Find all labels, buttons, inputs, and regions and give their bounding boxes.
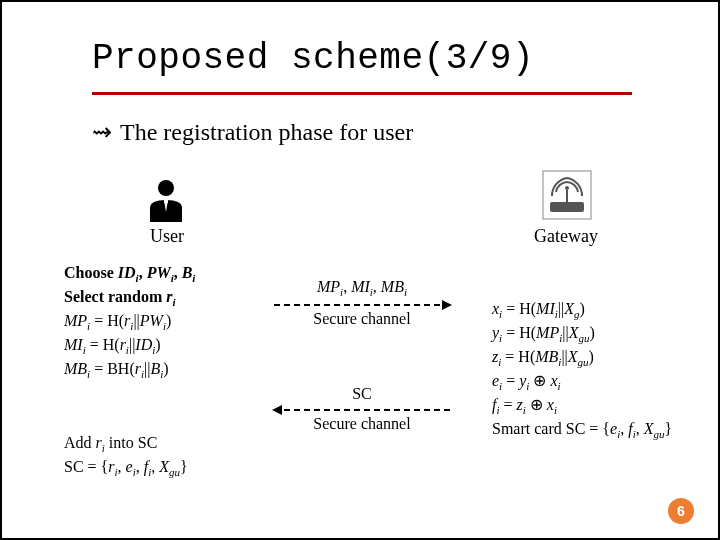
arrow2-message: SC [272, 385, 452, 403]
message-arrow-2: SC Secure channel [272, 385, 452, 433]
user-store-block: Add ri into SCSC = {ri, ei, fi, Xgu} [64, 432, 284, 480]
svg-point-0 [158, 180, 174, 196]
user-compute-block: Choose IDi, PWi, BiSelect random riMPi =… [64, 262, 264, 382]
bullet-marker: ⇝ [92, 118, 112, 146]
user-label: User [142, 226, 192, 247]
arrow-line-right-icon [274, 304, 450, 306]
gateway-compute-block: xi = H(MIi||Xg)yi = H(MPi||Xgu)zi = H(MB… [492, 298, 702, 442]
gateway-icon [542, 170, 592, 220]
arrow2-note: Secure channel [272, 415, 452, 433]
slide-title: Proposed scheme(3/9) [92, 38, 534, 79]
page-number-badge: 6 [668, 498, 694, 524]
svg-point-5 [565, 186, 569, 190]
arrow1-note: Secure channel [272, 310, 452, 328]
gateway-label: Gateway [526, 226, 606, 247]
svg-rect-1 [164, 200, 168, 203]
message-arrow-1: MPi, MIi, MBi Secure channel [272, 278, 452, 328]
slide: Proposed scheme(3/9) ⇝ The registration … [0, 0, 720, 540]
bullet-row: ⇝ The registration phase for user [92, 118, 413, 146]
user-icon [146, 178, 186, 222]
arrow1-message: MPi, MIi, MBi [272, 278, 452, 298]
bullet-text: The registration phase for user [120, 119, 413, 146]
arrow-line-left-icon [274, 409, 450, 411]
svg-rect-3 [550, 202, 584, 212]
title-underline [92, 92, 632, 95]
